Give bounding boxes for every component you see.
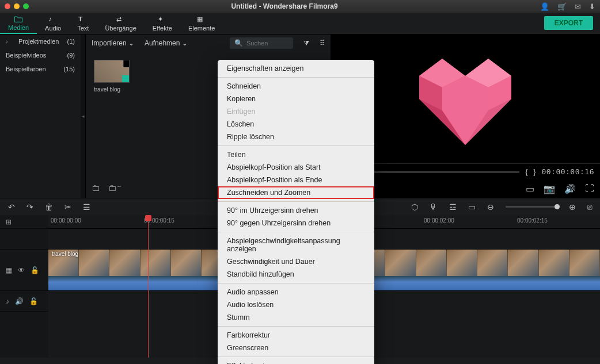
sidebar-item-sample-colors[interactable]: Beispielfarben (15) — [0, 62, 81, 76]
new-folder-icon[interactable]: 🗀 — [92, 183, 100, 193]
ctx-speed-duration[interactable]: Geschwindigkeit und Dauer — [218, 255, 374, 268]
delete-folder-icon[interactable]: 🗀⁻ — [108, 183, 121, 193]
tab-media[interactable]: Medien — [0, 13, 37, 34]
zoom-in-button[interactable]: ⊕ — [569, 202, 576, 212]
window-controls — [5, 3, 29, 9]
ctx-playhead-start[interactable]: Abspielkopf-Position als Start — [218, 161, 374, 174]
video-track-head: ▦ 👁 🔓 — [0, 250, 48, 291]
ctx-show-properties[interactable]: Eigenschaften anzeigen — [218, 62, 374, 75]
snapshot-icon[interactable]: 📷 — [544, 183, 555, 194]
filter-icon[interactable]: ⧩ — [303, 39, 309, 47]
tab-text[interactable]: T Text — [69, 13, 97, 34]
tab-effects[interactable]: ✦ Effekte — [145, 13, 180, 34]
track-spacer-head — [0, 229, 48, 250]
zoom-slider[interactable] — [506, 206, 557, 208]
track-mute-icon[interactable]: 🔊 — [15, 297, 24, 305]
media-sidebar: Projektmedien (1) Beispielvideos (9) Bei… — [0, 35, 81, 198]
volume-icon[interactable]: 🔊 — [564, 183, 576, 194]
redo-button[interactable]: ↷ — [26, 202, 33, 212]
ctx-playhead-end[interactable]: Abspielkopf-Position als Ende — [218, 174, 374, 186]
search-icon: 🔍 — [234, 39, 243, 47]
zoom-fit-icon[interactable]: ⎚ — [587, 202, 592, 212]
mail-icon[interactable]: ✉ — [575, 2, 581, 11]
tab-elements-label: Elemente — [188, 25, 215, 32]
thumbnail-label: travel blog — [94, 86, 130, 93]
chevron-down-icon: ⌄ — [182, 39, 188, 47]
sidebar-count: (15) — [63, 66, 75, 72]
split-button[interactable]: ✂ — [64, 202, 71, 212]
tab-elements[interactable]: ▦ Elemente — [180, 13, 223, 34]
chevron-down-icon: ⌄ — [128, 39, 134, 47]
playhead[interactable] — [148, 215, 149, 358]
voiceover-icon[interactable]: 🎙 — [430, 202, 438, 212]
tab-audio-label: Audio — [45, 25, 61, 32]
ctx-copy[interactable]: Kopieren — [218, 93, 374, 105]
clip-context-menu: Eigenschaften anzeigen Schneiden Kopiere… — [218, 60, 374, 364]
media-thumbnail[interactable]: travel blog — [94, 60, 130, 93]
ctx-split[interactable]: Teilen — [218, 148, 374, 161]
zoom-out-button[interactable]: ⊖ — [487, 202, 494, 212]
tab-audio[interactable]: ♪ Audio — [37, 13, 69, 34]
record-menu[interactable]: Aufnehmen ⌄ — [145, 39, 188, 47]
ctx-rotate-cw[interactable]: 90° im Uhrzeigersinn drehen — [218, 204, 374, 217]
ctx-mute[interactable]: Stumm — [218, 311, 374, 324]
zoom-window[interactable] — [23, 3, 29, 9]
sidebar-label: Beispielfarben — [6, 66, 46, 72]
ctx-cut[interactable]: Schneiden — [218, 80, 374, 93]
close-window[interactable] — [5, 3, 10, 9]
main-tabs: Medien ♪ Audio T Text ⇄ Übergänge ✦ Effe… — [0, 13, 600, 35]
ctx-delete[interactable]: Löschen — [218, 118, 374, 131]
track-lock-icon[interactable]: 🔓 — [29, 297, 38, 305]
record-screen-icon[interactable]: ▭ — [526, 183, 534, 194]
track-settings-icon[interactable]: ▦ — [6, 266, 12, 274]
ctx-freeze-frame[interactable]: Standbild hinzufügen — [218, 268, 374, 281]
tab-media-label: Medien — [8, 24, 29, 31]
ctx-paste: Einfügen — [218, 105, 374, 118]
media-toolbar: Importieren ⌄ Aufnehmen ⌄ 🔍 ⧩ ⠿ — [86, 35, 331, 52]
tab-effects-label: Effekte — [153, 25, 172, 32]
search-box[interactable]: 🔍 — [230, 37, 293, 49]
ruler-tick: 00:00:02:00 — [424, 217, 454, 224]
ctx-rotate-ccw[interactable]: 90° gegen Uhrzeigersinn drehen — [218, 217, 374, 229]
render-icon[interactable]: ▭ — [468, 202, 476, 212]
marker-icon[interactable]: ⬡ — [411, 202, 418, 212]
grid-view-icon[interactable]: ⠿ — [320, 39, 325, 47]
mark-in-icon[interactable]: { — [525, 168, 527, 176]
ctx-audio-adjust[interactable]: Audio anpassen — [218, 286, 374, 298]
ctx-ripple-delete[interactable]: Ripple löschen — [218, 131, 374, 143]
svg-marker-7 — [442, 76, 488, 145]
account-icon[interactable]: 👤 — [540, 2, 549, 11]
sidebar-label: Beispielvideos — [6, 52, 46, 59]
search-input[interactable] — [246, 40, 287, 47]
heart-graphic — [408, 47, 523, 151]
add-track-button[interactable]: ⊞ — [0, 215, 48, 229]
fullscreen-icon[interactable]: ⛶ — [585, 183, 594, 194]
macos-titlebar: Untitled - Wondershare Filmora9 👤 🛒 ✉ ⬇ — [0, 0, 600, 13]
import-menu[interactable]: Importieren ⌄ — [92, 39, 134, 47]
ctx-color-correction[interactable]: Farbkorrektur — [218, 329, 374, 342]
ctx-crop-zoom[interactable]: Zuschneiden und Zoomen — [218, 186, 374, 199]
edit-button[interactable]: ☰ — [83, 202, 90, 212]
ctx-greenscreen[interactable]: Greenscreen — [218, 342, 374, 354]
track-visibility-icon[interactable]: 👁 — [18, 266, 25, 274]
track-lock-icon[interactable]: 🔓 — [31, 266, 39, 274]
download-icon[interactable]: ⬇ — [589, 2, 595, 11]
audio-track-head: ♪ 🔊 🔓 — [0, 291, 48, 312]
mixer-icon[interactable]: ☲ — [449, 202, 457, 212]
preview-timecode: 00:00:00:16 — [541, 167, 594, 176]
sidebar-count: (9) — [67, 52, 75, 59]
ctx-speed-adjust[interactable]: Abspielgeschwindigkeitsanpassung anzeige… — [218, 235, 374, 255]
ctx-fx-copy[interactable]: Effekte kopieren — [218, 359, 374, 364]
delete-button[interactable]: 🗑 — [45, 202, 53, 212]
mark-out-icon[interactable]: } — [533, 168, 536, 176]
export-button[interactable]: EXPORT — [544, 16, 593, 30]
sidebar-item-sample-videos[interactable]: Beispielvideos (9) — [0, 48, 81, 62]
ctx-audio-detach[interactable]: Audio loslösen — [218, 298, 374, 311]
tab-transitions[interactable]: ⇄ Übergänge — [97, 13, 144, 34]
minimize-window[interactable] — [14, 3, 20, 9]
sidebar-collapse-handle[interactable]: ◂ — [81, 35, 85, 198]
sidebar-count: (1) — [67, 38, 75, 45]
undo-button[interactable]: ↶ — [8, 202, 15, 212]
sidebar-item-project-media[interactable]: Projektmedien (1) — [0, 35, 81, 48]
cart-icon[interactable]: 🛒 — [557, 2, 567, 11]
